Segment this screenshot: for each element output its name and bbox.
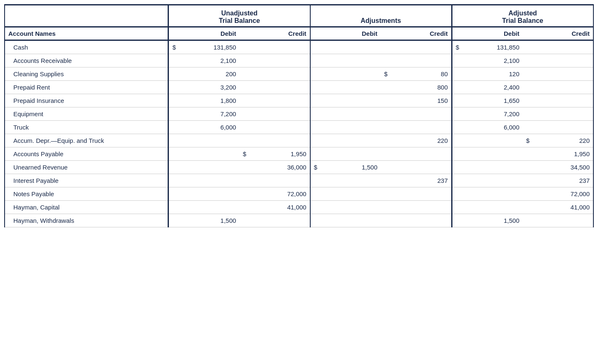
cell-value: 1,950 [526,150,590,157]
cell-value: 41,000 [243,204,306,211]
num-cell: 200 [168,67,239,81]
num-cell [310,107,381,121]
num-cell [452,161,523,174]
num-cell: 34,500 [523,161,593,174]
cell-value: 1,500 [456,217,520,224]
num-cell [239,107,310,121]
num-cell: $1,950 [239,147,310,161]
cell-value: 800 [384,84,448,91]
num-cell [523,94,593,107]
table-row: Interest Payable 237 237 [5,174,593,187]
account-name: Unearned Revenue [5,161,168,174]
account-name: Prepaid Rent [5,81,168,94]
num-cell [381,107,452,121]
num-cell: 7,200 [452,107,523,121]
table-row: Accounts Receivable2,100 2,100 [5,54,593,67]
account-name: Cash [5,40,168,54]
num-cell [381,54,452,67]
table-row: Prepaid Insurance1,800 1501,650 [5,94,593,107]
num-cell: 1,500 [168,214,239,227]
table-row: Accum. Depr.—Equip. and Truck 220 $220 [5,134,593,147]
account-name: Accounts Receivable [5,54,168,67]
cell-value: 6,000 [456,124,520,131]
dollar-sign: $ [172,44,176,51]
num-cell [523,81,593,94]
num-cell: 1,950 [523,147,593,161]
table-row: Notes Payable 72,000 72,000 [5,187,593,201]
account-name: Hayman, Capital [5,201,168,214]
num-cell [523,214,593,227]
num-cell [310,94,381,107]
adj-credit-header: Credit [381,27,452,40]
num-cell: $131,850 [168,40,239,54]
cell-value: 2,100 [456,57,520,64]
cell-value: 220 [531,137,590,144]
account-col-header [5,5,168,27]
num-cell [523,107,593,121]
num-cell [523,54,593,67]
cell-value: 2,400 [456,84,520,91]
table-row: Cleaning Supplies200 $80120 [5,67,593,81]
num-cell: 72,000 [239,187,310,201]
num-cell [310,174,381,187]
num-cell [381,214,452,227]
num-cell: 1,500 [452,214,523,227]
dollar-sign: $ [526,137,529,144]
cell-value: 7,200 [172,110,236,117]
num-cell [310,121,381,134]
cell-value: 1,500 [319,164,377,171]
unadj-debit-header: Debit [168,27,239,40]
worksheet-container: Unadjusted Trial Balance Adjustments Adj… [0,0,598,364]
num-cell: 2,100 [168,54,239,67]
dollar-sign: $ [384,70,387,77]
account-name: Notes Payable [5,187,168,201]
cell-value: 72,000 [243,190,306,197]
cell-value: 72,000 [526,190,590,197]
account-name: Prepaid Insurance [5,94,168,107]
num-cell [239,214,310,227]
num-cell: $220 [523,134,593,147]
cell-value: 34,500 [526,164,590,171]
cell-value: 1,800 [172,97,236,104]
num-cell [523,40,593,54]
cell-value: 3,200 [172,84,236,91]
num-cell [168,147,239,161]
num-cell [381,201,452,214]
dollar-sign: $ [243,150,246,157]
num-cell: 237 [381,174,452,187]
account-names-col-header: Account Names [5,27,168,40]
num-cell [452,201,523,214]
num-cell [310,134,381,147]
num-cell: 72,000 [523,187,593,201]
cell-value: 150 [384,97,448,104]
account-name: Accum. Depr.—Equip. and Truck [5,134,168,147]
num-cell: 800 [381,81,452,94]
num-cell [452,174,523,187]
num-cell [523,67,593,81]
num-cell [310,81,381,94]
num-cell [168,161,239,174]
num-cell [239,174,310,187]
num-cell [452,187,523,201]
num-cell [381,121,452,134]
num-cell: $131,850 [452,40,523,54]
num-cell: 120 [452,67,523,81]
cell-value: 41,000 [526,204,590,211]
num-cell [168,174,239,187]
column-header-row: Account Names Debit Credit Debit Credit … [5,27,593,40]
cell-value: 200 [172,70,236,77]
table-body: Cash$131,850 $131,850 Accounts Receivabl… [5,40,593,227]
dollar-sign: $ [456,44,459,51]
num-cell [310,54,381,67]
num-cell: 220 [381,134,452,147]
cell-value: 1,650 [456,97,520,104]
account-name: Accounts Payable [5,147,168,161]
account-name: Truck [5,121,168,134]
num-cell: 6,000 [452,121,523,134]
num-cell [381,147,452,161]
num-cell [239,54,310,67]
num-cell [310,201,381,214]
num-cell: 36,000 [239,161,310,174]
num-cell: 2,400 [452,81,523,94]
num-cell [310,147,381,161]
